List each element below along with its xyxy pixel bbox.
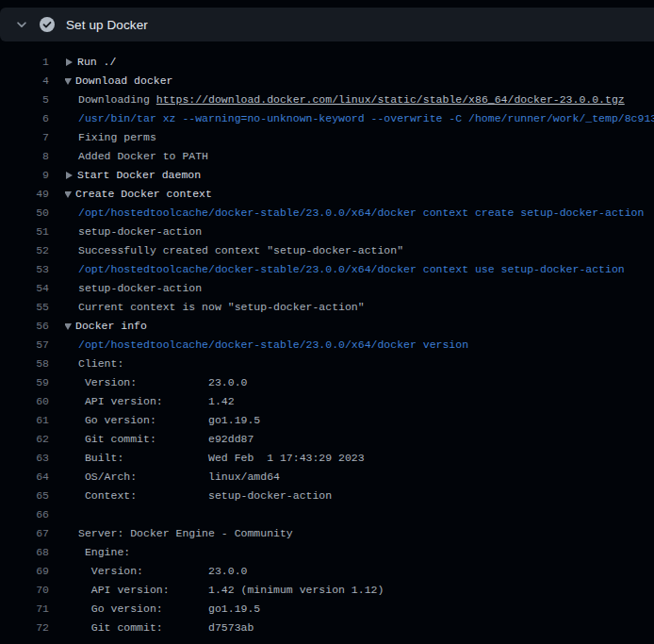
log-text: Go version: go1.19.5 — [65, 411, 654, 430]
log-line: 60 API version: 1.42 — [0, 392, 654, 411]
line-number[interactable]: 69 — [15, 562, 49, 581]
line-number[interactable]: 66 — [15, 505, 49, 524]
line-number[interactable]: 68 — [15, 543, 49, 562]
log-line: 58 Client: — [0, 355, 654, 373]
log-text: Added Docker to PATH — [65, 147, 654, 166]
log-url-link[interactable]: https://download.docker.com/linux/static… — [156, 93, 625, 106]
line-number[interactable]: 1 — [15, 53, 49, 72]
log-line: 5 Downloading https://download.docker.co… — [0, 91, 654, 109]
log-line: 8 Added Docker to PATH — [0, 147, 654, 166]
log-line: 49 Create Docker context — [0, 185, 654, 204]
log-line: 62 Git commit: e92dd87 — [0, 430, 654, 449]
log-group-header[interactable]: Download docker — [65, 72, 654, 91]
line-number[interactable]: 57 — [15, 336, 49, 355]
log-text: Built: Wed Feb 1 17:43:29 2023 — [65, 449, 654, 468]
log-text: Version: 23.0.0 — [65, 562, 654, 581]
log-text: Client: — [65, 355, 654, 373]
log-output: 1 Run ./ 4 Download docker 5 Downloading… — [0, 41, 654, 637]
line-number[interactable]: 56 — [15, 317, 49, 336]
expanded-triangle-icon[interactable] — [65, 78, 72, 85]
log-command-text: /usr/bin/tar xz --warning=no-unknown-key… — [65, 109, 654, 128]
log-text: API version: 1.42 — [65, 392, 654, 411]
workflow-log-panel: Set up Docker 1 Run ./ 4 Download docker… — [0, 0, 654, 644]
expanded-triangle-icon[interactable] — [65, 323, 72, 330]
log-group-label: Download docker — [75, 72, 173, 91]
log-group-label: Start Docker daemon — [77, 166, 201, 185]
log-command-text: /opt/hostedtoolcache/docker-stable/23.0.… — [65, 336, 654, 355]
step-title: Set up Docker — [66, 18, 148, 32]
line-number[interactable]: 70 — [15, 581, 49, 600]
line-number[interactable]: 52 — [15, 241, 49, 260]
log-text: API version: 1.42 (minimum version 1.12) — [65, 581, 654, 600]
log-command-text: /opt/hostedtoolcache/docker-stable/23.0.… — [65, 204, 654, 223]
log-line: 66 — [0, 505, 654, 524]
log-group-header[interactable]: Start Docker daemon — [65, 166, 654, 185]
line-number[interactable]: 67 — [15, 524, 49, 543]
line-number[interactable]: 51 — [15, 223, 49, 241]
line-number[interactable]: 7 — [15, 128, 49, 147]
line-number[interactable]: 63 — [15, 449, 49, 468]
line-number[interactable]: 71 — [15, 600, 49, 619]
log-line: 7 Fixing perms — [0, 128, 654, 147]
log-line: 1 Run ./ — [0, 53, 654, 72]
collapsed-triangle-icon[interactable] — [66, 172, 73, 179]
log-line: 50 /opt/hostedtoolcache/docker-stable/23… — [0, 204, 654, 223]
line-number[interactable]: 6 — [15, 109, 49, 128]
log-group-label: Create Docker context — [75, 185, 212, 204]
line-number[interactable]: 58 — [15, 355, 49, 373]
line-number[interactable]: 59 — [15, 373, 49, 392]
line-number[interactable]: 60 — [15, 392, 49, 411]
log-text: setup-docker-action — [65, 279, 654, 298]
chevron-down-icon[interactable] — [15, 18, 28, 31]
log-command-text: /opt/hostedtoolcache/docker-stable/23.0.… — [65, 260, 654, 279]
log-text: Git commit: d7573ab — [65, 619, 654, 637]
log-line: 69 Version: 23.0.0 — [0, 562, 654, 581]
step-success-check-icon — [40, 17, 55, 32]
log-line: 67 Server: Docker Engine - Community — [0, 524, 654, 543]
line-number[interactable]: 54 — [15, 279, 49, 298]
log-text: Git commit: e92dd87 — [65, 430, 654, 449]
log-line: 6 /usr/bin/tar xz --warning=no-unknown-k… — [0, 109, 654, 128]
collapsed-triangle-icon[interactable] — [66, 58, 73, 66]
line-number[interactable]: 50 — [15, 204, 49, 223]
log-line: 54 setup-docker-action — [0, 279, 654, 298]
log-text: Go version: go1.19.5 — [65, 600, 654, 619]
log-text: Downloading — [78, 93, 156, 106]
log-text: Context: setup-docker-action — [65, 487, 654, 505]
log-group-label: Run ./ — [77, 53, 116, 72]
log-text: OS/Arch: linux/amd64 — [65, 468, 654, 487]
log-line: 55 Current context is now "setup-docker-… — [0, 298, 654, 317]
line-number[interactable]: 4 — [15, 72, 49, 91]
log-line: 68 Engine: — [0, 543, 654, 562]
log-text: setup-docker-action — [65, 223, 654, 241]
log-line-content: Downloading https://download.docker.com/… — [65, 91, 654, 109]
line-number[interactable]: 5 — [15, 91, 49, 109]
log-line: 53 /opt/hostedtoolcache/docker-stable/23… — [0, 260, 654, 279]
log-text: Successfully created context "setup-dock… — [65, 241, 654, 260]
log-line: 61 Go version: go1.19.5 — [0, 411, 654, 430]
log-group-header[interactable]: Run ./ — [65, 53, 654, 72]
line-number[interactable]: 53 — [15, 260, 49, 279]
log-line: 56 Docker info — [0, 317, 654, 336]
line-number[interactable]: 61 — [15, 411, 49, 430]
line-number[interactable]: 55 — [15, 298, 49, 317]
line-number[interactable]: 72 — [15, 619, 49, 637]
log-line: 9 Start Docker daemon — [0, 166, 654, 185]
log-line: 59 Version: 23.0.0 — [0, 373, 654, 392]
log-group-label: Docker info — [75, 317, 147, 336]
line-number[interactable]: 9 — [15, 166, 49, 185]
line-number[interactable]: 64 — [15, 468, 49, 487]
line-number[interactable]: 49 — [15, 185, 49, 204]
line-number[interactable]: 62 — [15, 430, 49, 449]
log-line: 64 OS/Arch: linux/amd64 — [0, 468, 654, 487]
log-group-header[interactable]: Docker info — [65, 317, 654, 336]
log-text: Current context is now "setup-docker-act… — [65, 298, 654, 317]
expanded-triangle-icon[interactable] — [65, 191, 72, 198]
line-number[interactable]: 65 — [15, 487, 49, 505]
log-line: 51 setup-docker-action — [0, 223, 654, 241]
log-line: 65 Context: setup-docker-action — [0, 487, 654, 505]
log-group-header[interactable]: Create Docker context — [65, 185, 654, 204]
step-header[interactable]: Set up Docker — [0, 8, 654, 41]
log-line: 71 Go version: go1.19.5 — [0, 600, 654, 619]
line-number[interactable]: 8 — [15, 147, 49, 166]
